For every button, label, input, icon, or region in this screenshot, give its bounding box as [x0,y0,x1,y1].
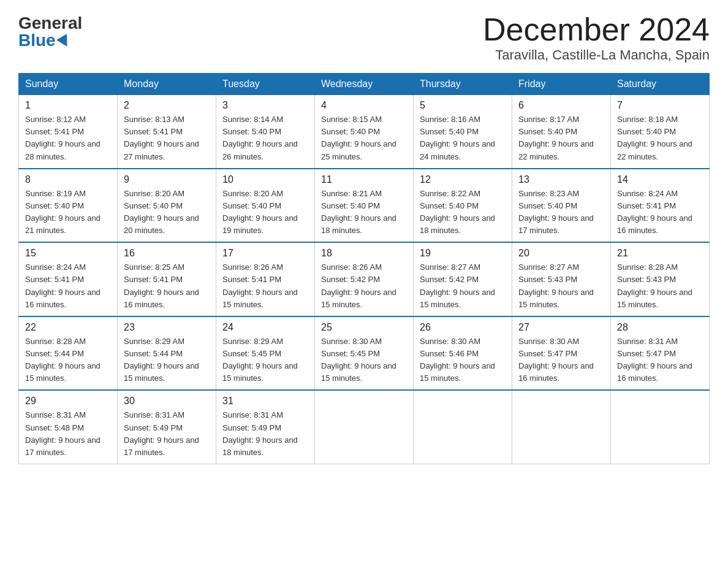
day-number: 4 [321,100,407,111]
calendar-cell [512,390,611,464]
day-info: Sunrise: 8:31 AMSunset: 5:48 PMDaylight:… [25,409,111,459]
day-info: Sunrise: 8:23 AMSunset: 5:40 PMDaylight:… [518,188,604,237]
calendar-cell: 1 Sunrise: 8:12 AMSunset: 5:41 PMDayligh… [19,95,118,169]
calendar-cell: 6 Sunrise: 8:17 AMSunset: 5:40 PMDayligh… [512,95,611,169]
calendar-cell: 8 Sunrise: 8:19 AMSunset: 5:40 PMDayligh… [19,169,118,243]
calendar-cell: 9 Sunrise: 8:20 AMSunset: 5:40 PMDayligh… [118,169,216,243]
calendar-cell: 25 Sunrise: 8:30 AMSunset: 5:45 PMDaylig… [315,316,414,391]
calendar-week-row: 15 Sunrise: 8:24 AMSunset: 5:41 PMDaylig… [19,242,710,316]
calendar-cell: 13 Sunrise: 8:23 AMSunset: 5:40 PMDaylig… [512,169,611,243]
calendar-cell: 28 Sunrise: 8:31 AMSunset: 5:47 PMDaylig… [611,316,710,391]
day-info: Sunrise: 8:25 AMSunset: 5:41 PMDaylight:… [124,261,210,311]
location-title: Taravilla, Castille-La Mancha, Spain [483,47,710,63]
day-info: Sunrise: 8:18 AMSunset: 5:40 PMDaylight:… [617,113,703,163]
day-number: 14 [617,174,703,185]
day-info: Sunrise: 8:26 AMSunset: 5:41 PMDaylight:… [222,261,308,311]
day-number: 30 [124,396,210,407]
calendar-cell: 21 Sunrise: 8:28 AMSunset: 5:43 PMDaylig… [611,242,710,316]
calendar-cell: 23 Sunrise: 8:29 AMSunset: 5:44 PMDaylig… [118,316,216,391]
calendar-cell: 30 Sunrise: 8:31 AMSunset: 5:49 PMDaylig… [118,390,216,464]
day-number: 24 [222,322,308,333]
col-header-monday: Monday [118,74,216,95]
day-info: Sunrise: 8:20 AMSunset: 5:40 PMDaylight:… [222,188,308,237]
day-info: Sunrise: 8:19 AMSunset: 5:40 PMDaylight:… [25,188,111,237]
day-info: Sunrise: 8:31 AMSunset: 5:49 PMDaylight:… [222,409,308,459]
day-info: Sunrise: 8:28 AMSunset: 5:43 PMDaylight:… [617,261,703,311]
day-number: 2 [124,100,210,111]
day-number: 29 [25,396,111,407]
calendar-cell: 3 Sunrise: 8:14 AMSunset: 5:40 PMDayligh… [216,95,315,169]
day-number: 11 [321,174,407,185]
day-info: Sunrise: 8:24 AMSunset: 5:41 PMDaylight:… [25,261,111,311]
calendar-cell: 26 Sunrise: 8:30 AMSunset: 5:46 PMDaylig… [414,316,512,391]
calendar-cell: 11 Sunrise: 8:21 AMSunset: 5:40 PMDaylig… [315,169,414,243]
col-header-thursday: Thursday [414,74,512,95]
calendar-cell: 29 Sunrise: 8:31 AMSunset: 5:48 PMDaylig… [19,390,118,464]
page-header: General Blue December 2024 Taravilla, Ca… [18,12,710,63]
calendar-cell: 10 Sunrise: 8:20 AMSunset: 5:40 PMDaylig… [216,169,315,243]
calendar-cell: 24 Sunrise: 8:29 AMSunset: 5:45 PMDaylig… [216,316,315,391]
day-number: 9 [124,174,210,185]
day-info: Sunrise: 8:13 AMSunset: 5:41 PMDaylight:… [124,113,210,163]
calendar-cell [611,390,710,464]
day-info: Sunrise: 8:22 AMSunset: 5:40 PMDaylight:… [420,188,506,237]
col-header-friday: Friday [512,74,611,95]
calendar-cell: 5 Sunrise: 8:16 AMSunset: 5:40 PMDayligh… [414,95,512,169]
day-info: Sunrise: 8:12 AMSunset: 5:41 PMDaylight:… [25,113,111,163]
day-info: Sunrise: 8:17 AMSunset: 5:40 PMDaylight:… [518,113,604,163]
day-number: 19 [420,248,506,259]
title-block: December 2024 Taravilla, Castille-La Man… [483,12,710,63]
calendar-week-row: 8 Sunrise: 8:19 AMSunset: 5:40 PMDayligh… [19,169,710,243]
calendar-cell: 20 Sunrise: 8:27 AMSunset: 5:43 PMDaylig… [512,242,611,316]
day-number: 28 [617,322,703,333]
day-number: 20 [518,248,604,259]
day-number: 27 [518,322,604,333]
day-number: 12 [420,174,506,185]
calendar-table: SundayMondayTuesdayWednesdayThursdayFrid… [18,73,710,464]
calendar-header-row: SundayMondayTuesdayWednesdayThursdayFrid… [19,74,710,95]
day-info: Sunrise: 8:16 AMSunset: 5:40 PMDaylight:… [420,113,506,163]
calendar-cell: 12 Sunrise: 8:22 AMSunset: 5:40 PMDaylig… [414,169,512,243]
day-info: Sunrise: 8:31 AMSunset: 5:47 PMDaylight:… [617,335,703,385]
col-header-sunday: Sunday [19,74,118,95]
day-number: 21 [617,248,703,259]
calendar-week-row: 29 Sunrise: 8:31 AMSunset: 5:48 PMDaylig… [19,390,710,464]
day-number: 18 [321,248,407,259]
day-number: 22 [25,322,111,333]
day-info: Sunrise: 8:14 AMSunset: 5:40 PMDaylight:… [222,113,308,163]
day-info: Sunrise: 8:24 AMSunset: 5:41 PMDaylight:… [617,188,703,237]
calendar-cell: 2 Sunrise: 8:13 AMSunset: 5:41 PMDayligh… [118,95,216,169]
calendar-cell: 16 Sunrise: 8:25 AMSunset: 5:41 PMDaylig… [118,242,216,316]
day-number: 3 [222,100,308,111]
calendar-cell: 19 Sunrise: 8:27 AMSunset: 5:42 PMDaylig… [414,242,512,316]
logo: General Blue [18,12,82,49]
day-number: 10 [222,174,308,185]
day-info: Sunrise: 8:30 AMSunset: 5:46 PMDaylight:… [420,335,506,385]
day-number: 8 [25,174,111,185]
calendar-cell: 14 Sunrise: 8:24 AMSunset: 5:41 PMDaylig… [611,169,710,243]
day-number: 15 [25,248,111,259]
day-info: Sunrise: 8:30 AMSunset: 5:45 PMDaylight:… [321,335,407,385]
day-number: 1 [25,100,111,111]
calendar-cell [414,390,512,464]
calendar-cell: 7 Sunrise: 8:18 AMSunset: 5:40 PMDayligh… [611,95,710,169]
col-header-tuesday: Tuesday [216,74,315,95]
day-number: 7 [617,100,703,111]
day-info: Sunrise: 8:30 AMSunset: 5:47 PMDaylight:… [518,335,604,385]
col-header-wednesday: Wednesday [315,74,414,95]
day-number: 6 [518,100,604,111]
day-number: 26 [420,322,506,333]
day-number: 23 [124,322,210,333]
day-number: 25 [321,322,407,333]
logo-triangle-icon [56,34,72,50]
day-info: Sunrise: 8:29 AMSunset: 5:44 PMDaylight:… [124,335,210,385]
day-info: Sunrise: 8:31 AMSunset: 5:49 PMDaylight:… [124,409,210,459]
day-info: Sunrise: 8:15 AMSunset: 5:40 PMDaylight:… [321,113,407,163]
col-header-saturday: Saturday [611,74,710,95]
calendar-cell: 15 Sunrise: 8:24 AMSunset: 5:41 PMDaylig… [19,242,118,316]
calendar-cell [315,390,414,464]
day-info: Sunrise: 8:29 AMSunset: 5:45 PMDaylight:… [222,335,308,385]
day-number: 5 [420,100,506,111]
calendar-cell: 4 Sunrise: 8:15 AMSunset: 5:40 PMDayligh… [315,95,414,169]
day-number: 16 [124,248,210,259]
